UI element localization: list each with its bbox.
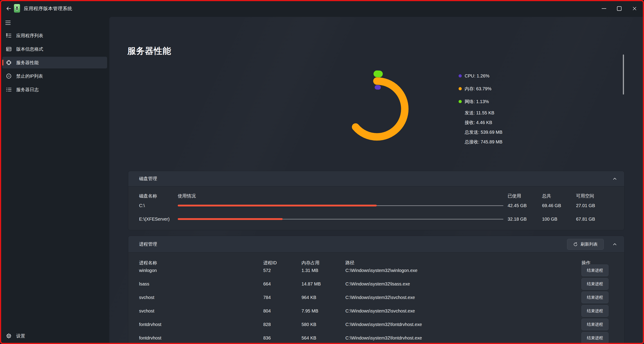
disk-col-free: 可用空间 bbox=[576, 193, 594, 199]
process-name: svchost bbox=[139, 308, 154, 314]
process-name: svchost bbox=[139, 294, 154, 300]
end-process-button[interactable]: 结束进程 bbox=[582, 264, 608, 276]
process-table-header: 进程名称 进程ID 内存占用 路径 操作 bbox=[128, 260, 624, 266]
legend-item: 内存: 63.79% bbox=[458, 84, 562, 94]
refresh-icon bbox=[573, 242, 578, 247]
process-col-name: 进程名称 bbox=[139, 260, 157, 266]
process-card: 进程管理 刷新列表 进程名称 进程ID 内存占用 路径 操作 winlogon … bbox=[128, 236, 624, 344]
process-col-pid: 进程ID bbox=[263, 260, 277, 266]
process-path: C:\Windows\system32\svchost.exe bbox=[346, 294, 415, 300]
process-row: lsass 664 14.87 MB C:\Windows\system32\l… bbox=[128, 281, 624, 287]
process-pid: 804 bbox=[263, 308, 271, 314]
close-button[interactable] bbox=[627, 0, 642, 17]
titlebar: 应用程序版本管理系统 bbox=[0, 0, 644, 17]
process-section-title: 进程管理 bbox=[139, 241, 157, 247]
process-row: svchost 784 964 KB C:\Windows\system32\s… bbox=[128, 294, 624, 300]
process-memory: 580 KB bbox=[302, 321, 316, 327]
end-process-button[interactable]: 结束进程 bbox=[582, 291, 608, 303]
sidebar-item-label: 服务器日志 bbox=[16, 87, 39, 93]
disk-section-title: 磁盘管理 bbox=[139, 176, 157, 182]
process-pid: 836 bbox=[263, 335, 271, 341]
sidebar: 应用程序列表 版本信息格式 服务器性能 禁止的IP列表 服务器日志 设置 bbox=[0, 17, 109, 344]
sidebar-item-label: 服务器性能 bbox=[16, 60, 39, 66]
disk-name: C:\ bbox=[139, 202, 145, 209]
legend-text: 网络: 1.13% bbox=[465, 99, 489, 105]
minimize-button[interactable] bbox=[596, 0, 612, 17]
blocked-ip-icon bbox=[6, 73, 12, 79]
legend-text: 发送: 11.55 KB bbox=[465, 110, 494, 116]
sidebar-item-0[interactable]: 应用程序列表 bbox=[2, 30, 107, 42]
cpu-chip-icon bbox=[6, 60, 12, 66]
close-icon bbox=[632, 6, 637, 11]
page-title: 服务器性能 bbox=[127, 45, 171, 57]
chevron-up-icon[interactable] bbox=[612, 242, 618, 247]
legend-item: 总接收: 745.89 MB bbox=[458, 138, 562, 145]
app-window: 应用程序版本管理系统 应用程序列表 版本信息格式 服务器性能 禁止的IP列表 服… bbox=[0, 0, 644, 344]
disk-name: E:\(XFEServer) bbox=[139, 216, 170, 222]
disk-row: E:\(XFEServer) 32.18 GB 100 GB 67.81 GB bbox=[128, 216, 624, 222]
back-button[interactable] bbox=[4, 4, 13, 13]
legend-dot bbox=[458, 100, 462, 103]
end-process-button[interactable]: 结束进程 bbox=[582, 332, 608, 344]
hamburger-button[interactable] bbox=[4, 18, 14, 27]
legend-text: 总发送: 539.69 MB bbox=[465, 129, 502, 135]
process-row: svchost 804 7.95 MB C:\Windows\system32\… bbox=[128, 308, 624, 314]
legend-text: 内存: 63.79% bbox=[465, 86, 492, 92]
process-memory: 964 KB bbox=[302, 294, 316, 300]
legend-item: 接收: 4.46 KB bbox=[458, 119, 562, 126]
disk-col-usage: 使用情况 bbox=[178, 193, 196, 199]
content-area: 服务器性能 CPU: 1.26% 内存: 63.79% 网络: 1.13% 发送… bbox=[109, 17, 644, 344]
sidebar-item-3[interactable]: 禁止的IP列表 bbox=[2, 70, 107, 82]
disk-card-header[interactable]: 磁盘管理 bbox=[128, 171, 624, 186]
disk-free: 67.81 GB bbox=[576, 216, 595, 222]
sidebar-item-1[interactable]: 版本信息格式 bbox=[2, 43, 107, 55]
chevron-up-icon[interactable] bbox=[612, 176, 618, 181]
disk-col-name: 磁盘名称 bbox=[139, 193, 157, 199]
process-row: fontdrvhost 828 580 KB C:\Windows\system… bbox=[128, 321, 624, 327]
disk-row: C:\ 42.45 GB 69.46 GB 27.01 GB bbox=[128, 202, 624, 209]
sidebar-item-label: 禁止的IP列表 bbox=[16, 73, 43, 79]
process-name: winlogon bbox=[139, 267, 157, 273]
disk-table-header: 磁盘名称 使用情况 已使用 总共 可用空间 bbox=[128, 193, 624, 199]
app-list-icon bbox=[6, 33, 12, 39]
refresh-label: 刷新列表 bbox=[580, 241, 598, 247]
end-process-button[interactable]: 结束进程 bbox=[582, 305, 608, 317]
end-process-button[interactable]: 结束进程 bbox=[582, 278, 608, 290]
sidebar-item-2[interactable]: 服务器性能 bbox=[2, 57, 107, 69]
refresh-list-button[interactable]: 刷新列表 bbox=[567, 239, 604, 250]
process-pid: 572 bbox=[263, 267, 271, 273]
process-path: C:\Windows\system32\svchost.exe bbox=[346, 308, 415, 314]
gear-icon bbox=[6, 333, 12, 339]
process-card-header[interactable]: 进程管理 刷新列表 bbox=[128, 236, 624, 253]
legend-text: 总接收: 745.89 MB bbox=[465, 139, 502, 145]
usage-progressbar bbox=[178, 205, 503, 206]
legend-dot bbox=[458, 87, 462, 90]
maximize-button[interactable] bbox=[612, 0, 627, 17]
legend-item: CPU: 1.26% bbox=[458, 71, 562, 81]
disk-total: 100 GB bbox=[542, 216, 557, 222]
process-path: C:\Windows\system32\winlogon.exe bbox=[346, 267, 418, 273]
process-row: fontdrvhost 836 564 KB C:\Windows\system… bbox=[128, 335, 624, 341]
process-path: C:\Windows\system32\lsass.exe bbox=[346, 281, 410, 287]
progress-fill bbox=[178, 218, 282, 220]
process-path: C:\Windows\system32\fontdrvhost.exe bbox=[346, 335, 422, 341]
process-name: fontdrvhost bbox=[139, 335, 161, 341]
performance-gauge-chart bbox=[333, 66, 423, 156]
process-name: lsass bbox=[139, 281, 150, 287]
sidebar-item-4[interactable]: 服务器日志 bbox=[2, 84, 107, 96]
process-name: fontdrvhost bbox=[139, 321, 161, 327]
sidebar-item-settings[interactable]: 设置 bbox=[2, 330, 107, 342]
minimize-icon bbox=[602, 8, 606, 9]
legend-text: 接收: 4.46 KB bbox=[465, 120, 492, 126]
scrollbar-thumb[interactable] bbox=[623, 55, 624, 95]
sidebar-item-label: 应用程序列表 bbox=[16, 33, 43, 39]
disk-total: 69.46 GB bbox=[542, 202, 561, 209]
app-icon bbox=[14, 4, 20, 13]
process-pid: 664 bbox=[263, 281, 271, 287]
end-process-button[interactable]: 结束进程 bbox=[582, 318, 608, 330]
disk-free: 27.01 GB bbox=[576, 202, 595, 209]
process-row: winlogon 572 1.31 MB C:\Windows\system32… bbox=[128, 267, 624, 273]
legend-item: 总发送: 539.69 MB bbox=[458, 129, 562, 136]
process-memory: 14.87 MB bbox=[302, 281, 321, 287]
legend-item: 发送: 11.55 KB bbox=[458, 109, 562, 116]
